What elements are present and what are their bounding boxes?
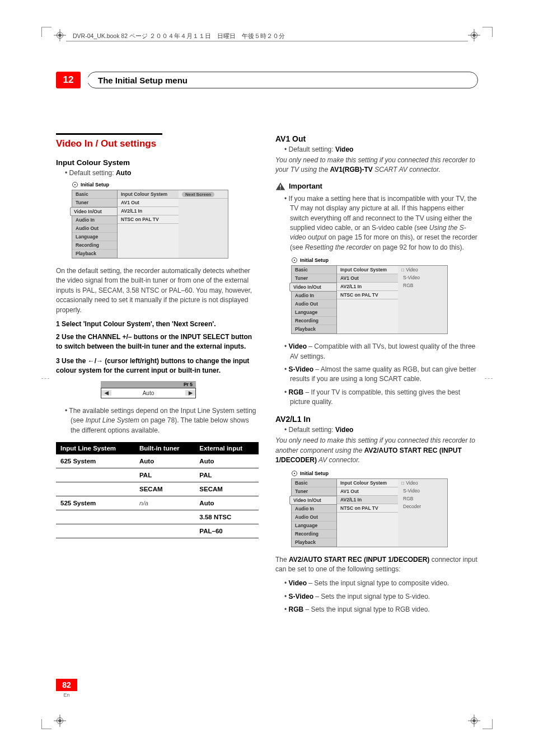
menu-screenshot: Initial Setup BasicTunerVideo In/OutAudi… bbox=[291, 257, 448, 334]
table-cell: Auto bbox=[195, 496, 259, 510]
registration-target-icon bbox=[54, 29, 66, 41]
step-1: 1 Select 'Input Colour System', then 'Ne… bbox=[56, 320, 259, 329]
svg-rect-19 bbox=[280, 185, 281, 187]
menu-mid-item: AV1 Out bbox=[337, 487, 398, 496]
crop-mark bbox=[483, 27, 493, 37]
important-label: Important bbox=[289, 182, 322, 190]
menu-left-item: Playback bbox=[292, 325, 336, 334]
step-3: 3 Use the ←/→ (cursor left/right) button… bbox=[56, 356, 259, 375]
menu-left-item: Audio Out bbox=[72, 224, 117, 233]
menu-left-item: Recording bbox=[292, 317, 336, 325]
menu-left-item: Language bbox=[292, 308, 336, 317]
spinner-label: Pr 5 bbox=[101, 381, 196, 388]
menu-caption: Initial Setup bbox=[291, 470, 448, 477]
table-cell: 3.58 NTSC bbox=[195, 510, 259, 524]
option-bullet: RGB – If your TV is compatible, this set… bbox=[284, 388, 478, 407]
table-cell: SECAM bbox=[135, 482, 195, 496]
chapter-header: 12 The Initial Setup menu bbox=[56, 72, 478, 88]
menu-mid-item: NTSC on PAL TV bbox=[118, 215, 179, 224]
menu-option: □Video bbox=[398, 266, 447, 274]
table-cell: SECAM bbox=[195, 482, 259, 496]
subheading-av1-out: AV1 Out bbox=[275, 134, 478, 143]
table-cell: Auto bbox=[195, 454, 259, 468]
menu-left-item: Audio In bbox=[292, 505, 336, 513]
table-cell bbox=[135, 510, 195, 524]
menu-option: □Video bbox=[398, 479, 447, 487]
menu-screenshot: Initial Setup BasicTunerVideo In/OutAudi… bbox=[291, 470, 448, 547]
chapter-title-bar: The Initial Setup menu bbox=[87, 72, 478, 88]
option-bullet: S-Video – Almost the same quality as RGB… bbox=[284, 365, 478, 384]
default-value: Video bbox=[335, 426, 353, 434]
default-label: Default setting: bbox=[289, 426, 335, 434]
note-bold: AV1(RGB)-TV bbox=[330, 166, 372, 173]
t-bold: AV2/AUTO START REC (INPUT 1/DECODER) bbox=[289, 556, 429, 564]
body-note: You only need to make this setting if yo… bbox=[275, 156, 478, 175]
page-number: 82 En bbox=[56, 679, 77, 698]
menu-next-screen: Next Screen bbox=[179, 190, 228, 199]
warning-icon bbox=[275, 182, 285, 191]
disc-icon bbox=[291, 257, 298, 264]
menu-left-item: Tuner bbox=[292, 274, 336, 283]
menu-mid-item: NTSC on PAL TV bbox=[337, 291, 398, 299]
menu-left-item: Playback bbox=[292, 538, 336, 547]
body-note: The available settings depend on the Inp… bbox=[65, 406, 259, 435]
svg-rect-20 bbox=[280, 189, 281, 190]
subheading-input-colour-system: Input Colour System bbox=[56, 158, 259, 167]
menu-left-item: Recording bbox=[292, 530, 336, 538]
menu-left-item: Playback bbox=[72, 250, 117, 258]
option-bullet: Video – Sets the input signal type to co… bbox=[284, 579, 478, 588]
menu-mid-item: Input Colour System bbox=[337, 266, 398, 274]
crop-mark bbox=[483, 719, 493, 729]
menu-option: S-Video bbox=[398, 274, 447, 281]
menu-mid-item: AV1 Out bbox=[118, 199, 179, 207]
menu-left-item: Basic bbox=[292, 479, 336, 487]
svg-point-11 bbox=[58, 719, 62, 722]
menu-option: RGB bbox=[398, 281, 447, 289]
option-bullet: S-Video – Sets the input signal type to … bbox=[284, 592, 478, 602]
menu-mid-item: NTSC on PAL TV bbox=[337, 504, 398, 513]
menu-left-item: Tuner bbox=[292, 487, 336, 496]
table-cell bbox=[135, 524, 195, 538]
menu-left-item: Basic bbox=[72, 190, 117, 199]
disc-icon bbox=[72, 181, 78, 188]
t: on page 92 for how to do this). bbox=[371, 243, 463, 251]
table-cell: Auto bbox=[135, 454, 195, 468]
option-bullet: RGB – Sets the input signal type to RGB … bbox=[284, 605, 478, 614]
svg-point-22 bbox=[294, 260, 295, 261]
table-cell: PAL bbox=[195, 468, 259, 482]
chapter-number: 12 bbox=[56, 72, 81, 88]
menu-caption-text: Initial Setup bbox=[300, 471, 329, 476]
menu-mid-item: Input Colour System bbox=[118, 190, 179, 199]
menu-option: S-Video bbox=[398, 487, 447, 495]
svg-point-17 bbox=[74, 184, 76, 185]
menu-left-item: Video In/Out bbox=[289, 283, 336, 292]
menu-left-item: Video In/Out bbox=[289, 496, 336, 505]
menu-caption: Initial Setup bbox=[72, 181, 228, 188]
option-bullet: Video – Compatible with all TVs, but low… bbox=[284, 342, 478, 361]
body-text: The AV2/AUTO START REC (INPUT 1/DECODER)… bbox=[275, 555, 478, 575]
menu-option: Decoder bbox=[398, 503, 447, 510]
section-heading: Video In / Out settings bbox=[56, 138, 259, 149]
th: External input bbox=[195, 442, 259, 454]
menu-mid-item: AV1 Out bbox=[337, 274, 398, 283]
step-2: 2 Use the CHANNEL +/– buttons or the INP… bbox=[56, 332, 259, 351]
table-cell: n/a bbox=[135, 496, 195, 510]
crop-dash bbox=[485, 378, 493, 379]
menu-caption: Initial Setup bbox=[291, 257, 448, 264]
default-setting: Default setting: Video bbox=[284, 426, 478, 434]
default-setting: Default setting: Video bbox=[284, 145, 478, 153]
registration-target-icon bbox=[54, 715, 66, 727]
table-cell bbox=[56, 524, 135, 538]
spinner-screenshot: Pr 5 ◀ Auto ▶ bbox=[101, 381, 196, 398]
subheading-av2-in: AV2/L1 In bbox=[275, 415, 478, 424]
disc-icon bbox=[291, 470, 298, 477]
table-cell: PAL–60 bbox=[195, 524, 259, 538]
table-cell: PAL bbox=[135, 468, 195, 482]
default-setting: Default setting: Auto bbox=[65, 169, 259, 177]
menu-option: RGB bbox=[398, 495, 447, 503]
t-em: Resetting the recorder bbox=[305, 243, 372, 251]
crop-mark bbox=[41, 27, 51, 37]
section-rule bbox=[56, 133, 162, 135]
default-label: Default setting: bbox=[69, 169, 116, 177]
th: Input Line System bbox=[56, 442, 135, 454]
